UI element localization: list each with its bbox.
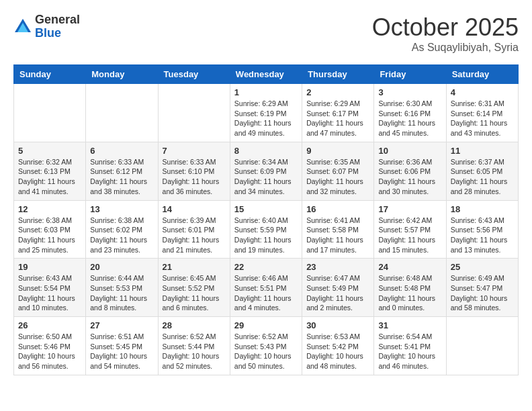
calendar-cell: 5Sunrise: 6:32 AM Sunset: 6:13 PM Daylig… (14, 142, 86, 200)
day-number: 10 (378, 146, 441, 156)
day-info: Sunrise: 6:30 AM Sunset: 6:16 PM Dayligh… (378, 99, 441, 138)
calendar-cell: 17Sunrise: 6:42 AM Sunset: 5:57 PM Dayli… (374, 200, 446, 259)
day-number: 18 (451, 204, 514, 214)
day-number: 27 (90, 320, 153, 330)
day-info: Sunrise: 6:53 AM Sunset: 5:42 PM Dayligh… (306, 332, 369, 371)
weekday-header-saturday: Saturday (446, 65, 518, 84)
calendar-cell: 11Sunrise: 6:37 AM Sunset: 6:05 PM Dayli… (446, 142, 518, 200)
day-info: Sunrise: 6:52 AM Sunset: 5:43 PM Dayligh… (234, 332, 298, 371)
calendar-cell: 14Sunrise: 6:39 AM Sunset: 6:01 PM Dayli… (158, 200, 230, 259)
weekday-header-sunday: Sunday (14, 65, 86, 84)
calendar-cell: 2Sunrise: 6:29 AM Sunset: 6:17 PM Daylig… (302, 84, 374, 142)
day-number: 28 (163, 320, 226, 330)
day-info: Sunrise: 6:33 AM Sunset: 6:12 PM Dayligh… (90, 157, 153, 197)
week-row-5: 26Sunrise: 6:50 AM Sunset: 5:46 PM Dayli… (14, 317, 519, 375)
calendar-cell: 18Sunrise: 6:43 AM Sunset: 5:56 PM Dayli… (446, 200, 518, 259)
weekday-header-friday: Friday (374, 65, 446, 84)
day-number: 17 (378, 204, 441, 214)
day-info: Sunrise: 6:47 AM Sunset: 5:49 PM Dayligh… (306, 273, 369, 313)
day-info: Sunrise: 6:44 AM Sunset: 5:53 PM Dayligh… (90, 273, 153, 313)
day-info: Sunrise: 6:40 AM Sunset: 5:59 PM Dayligh… (234, 216, 298, 255)
calendar-cell: 6Sunrise: 6:33 AM Sunset: 6:12 PM Daylig… (86, 142, 158, 200)
calendar-cell: 26Sunrise: 6:50 AM Sunset: 5:46 PM Dayli… (14, 317, 86, 375)
day-number: 9 (306, 146, 369, 156)
day-number: 21 (163, 262, 226, 272)
week-row-3: 12Sunrise: 6:38 AM Sunset: 6:03 PM Dayli… (14, 200, 519, 259)
calendar-cell: 24Sunrise: 6:48 AM Sunset: 5:48 PM Dayli… (374, 259, 446, 317)
day-info: Sunrise: 6:32 AM Sunset: 6:13 PM Dayligh… (18, 157, 81, 197)
calendar-cell: 29Sunrise: 6:52 AM Sunset: 5:43 PM Dayli… (230, 317, 302, 375)
day-number: 6 (90, 146, 153, 156)
day-number: 4 (451, 87, 514, 97)
title-block: October 2025 As Suqaylibiyah, Syria (372, 13, 519, 54)
calendar: SundayMondayTuesdayWednesdayThursdayFrid… (13, 64, 519, 375)
day-number: 16 (306, 204, 369, 214)
day-info: Sunrise: 6:33 AM Sunset: 6:10 PM Dayligh… (163, 157, 226, 197)
day-number: 11 (451, 146, 514, 156)
calendar-cell: 19Sunrise: 6:43 AM Sunset: 5:54 PM Dayli… (14, 259, 86, 317)
day-number: 12 (18, 204, 81, 214)
day-info: Sunrise: 6:34 AM Sunset: 6:09 PM Dayligh… (234, 157, 298, 197)
day-info: Sunrise: 6:50 AM Sunset: 5:46 PM Dayligh… (18, 332, 81, 371)
day-info: Sunrise: 6:37 AM Sunset: 6:05 PM Dayligh… (451, 157, 514, 197)
day-number: 25 (451, 262, 514, 272)
calendar-cell: 22Sunrise: 6:46 AM Sunset: 5:51 PM Dayli… (230, 259, 302, 317)
day-info: Sunrise: 6:48 AM Sunset: 5:48 PM Dayligh… (378, 273, 441, 313)
day-number: 7 (163, 146, 226, 156)
day-number: 2 (306, 87, 369, 97)
day-info: Sunrise: 6:35 AM Sunset: 6:07 PM Dayligh… (306, 157, 369, 197)
logo-text: General Blue (35, 13, 80, 40)
day-info: Sunrise: 6:46 AM Sunset: 5:51 PM Dayligh… (234, 273, 298, 313)
day-number: 26 (18, 320, 81, 330)
day-info: Sunrise: 6:52 AM Sunset: 5:44 PM Dayligh… (163, 332, 226, 371)
logo-blue: Blue (35, 27, 80, 40)
day-info: Sunrise: 6:45 AM Sunset: 5:52 PM Dayligh… (163, 273, 226, 313)
day-number: 15 (234, 204, 298, 214)
calendar-cell: 10Sunrise: 6:36 AM Sunset: 6:06 PM Dayli… (374, 142, 446, 200)
calendar-cell: 21Sunrise: 6:45 AM Sunset: 5:52 PM Dayli… (158, 259, 230, 317)
calendar-cell: 3Sunrise: 6:30 AM Sunset: 6:16 PM Daylig… (374, 84, 446, 142)
location: As Suqaylibiyah, Syria (372, 42, 519, 54)
day-info: Sunrise: 6:51 AM Sunset: 5:45 PM Dayligh… (90, 332, 153, 371)
calendar-cell: 20Sunrise: 6:44 AM Sunset: 5:53 PM Dayli… (86, 259, 158, 317)
day-number: 30 (306, 320, 369, 330)
week-row-2: 5Sunrise: 6:32 AM Sunset: 6:13 PM Daylig… (14, 142, 519, 200)
calendar-cell: 1Sunrise: 6:29 AM Sunset: 6:19 PM Daylig… (230, 84, 302, 142)
day-number: 5 (18, 146, 81, 156)
day-info: Sunrise: 6:31 AM Sunset: 6:14 PM Dayligh… (451, 99, 514, 138)
calendar-cell (446, 317, 518, 375)
day-info: Sunrise: 6:54 AM Sunset: 5:41 PM Dayligh… (378, 332, 441, 371)
day-number: 29 (234, 320, 298, 330)
calendar-cell: 9Sunrise: 6:35 AM Sunset: 6:07 PM Daylig… (302, 142, 374, 200)
day-info: Sunrise: 6:29 AM Sunset: 6:17 PM Dayligh… (306, 99, 369, 138)
calendar-cell: 23Sunrise: 6:47 AM Sunset: 5:49 PM Dayli… (302, 259, 374, 317)
day-info: Sunrise: 6:41 AM Sunset: 5:58 PM Dayligh… (306, 216, 369, 255)
weekday-header-tuesday: Tuesday (158, 65, 230, 84)
day-number: 31 (378, 320, 441, 330)
calendar-cell (14, 84, 86, 142)
calendar-cell: 15Sunrise: 6:40 AM Sunset: 5:59 PM Dayli… (230, 200, 302, 259)
day-info: Sunrise: 6:43 AM Sunset: 5:56 PM Dayligh… (451, 216, 514, 255)
day-number: 3 (378, 87, 441, 97)
weekday-header-thursday: Thursday (302, 65, 374, 84)
logo-icon (13, 17, 32, 36)
calendar-cell: 16Sunrise: 6:41 AM Sunset: 5:58 PM Dayli… (302, 200, 374, 259)
calendar-cell: 8Sunrise: 6:34 AM Sunset: 6:09 PM Daylig… (230, 142, 302, 200)
day-number: 14 (163, 204, 226, 214)
calendar-cell: 13Sunrise: 6:38 AM Sunset: 6:02 PM Dayli… (86, 200, 158, 259)
day-info: Sunrise: 6:43 AM Sunset: 5:54 PM Dayligh… (18, 273, 81, 313)
day-info: Sunrise: 6:49 AM Sunset: 5:47 PM Dayligh… (451, 273, 514, 313)
calendar-cell: 30Sunrise: 6:53 AM Sunset: 5:42 PM Dayli… (302, 317, 374, 375)
calendar-cell: 31Sunrise: 6:54 AM Sunset: 5:41 PM Dayli… (374, 317, 446, 375)
day-number: 24 (378, 262, 441, 272)
logo: General Blue (13, 13, 80, 40)
calendar-cell: 25Sunrise: 6:49 AM Sunset: 5:47 PM Dayli… (446, 259, 518, 317)
day-number: 13 (90, 204, 153, 214)
calendar-cell: 27Sunrise: 6:51 AM Sunset: 5:45 PM Dayli… (86, 317, 158, 375)
day-info: Sunrise: 6:29 AM Sunset: 6:19 PM Dayligh… (234, 99, 298, 138)
page-header: General Blue October 2025 As Suqaylibiya… (13, 13, 519, 54)
calendar-cell: 28Sunrise: 6:52 AM Sunset: 5:44 PM Dayli… (158, 317, 230, 375)
week-row-1: 1Sunrise: 6:29 AM Sunset: 6:19 PM Daylig… (14, 84, 519, 142)
weekday-header-row: SundayMondayTuesdayWednesdayThursdayFrid… (14, 65, 519, 84)
day-info: Sunrise: 6:42 AM Sunset: 5:57 PM Dayligh… (378, 216, 441, 255)
